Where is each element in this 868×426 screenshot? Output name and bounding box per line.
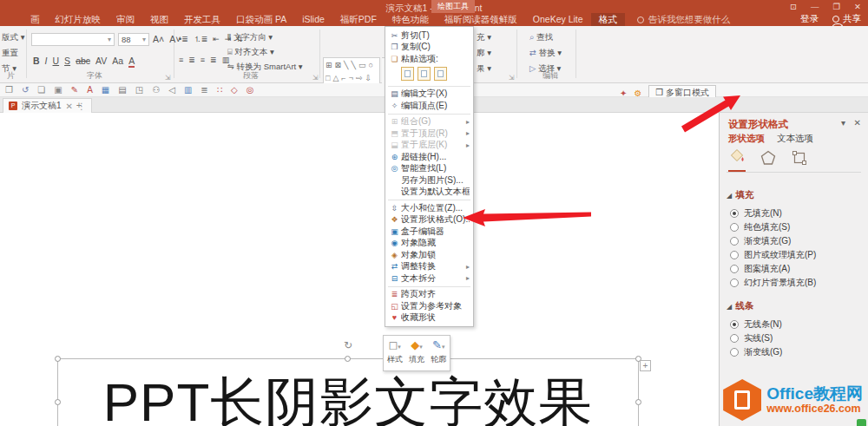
new-tab-button[interactable]: + <box>73 100 85 111</box>
paste-icon[interactable]: ❏ <box>37 85 45 95</box>
ribbon-tab-视图[interactable]: 视图 <box>142 13 176 26</box>
radio-option[interactable]: 无线条(N) <box>730 318 863 331</box>
pen-icon[interactable]: ✎ <box>71 85 78 95</box>
tab-shape-options[interactable]: 形状选项 <box>728 133 765 145</box>
menu-item-set-default-textbox[interactable]: 设置为默认文本框(D) <box>385 187 473 199</box>
radio-option[interactable]: 图案填充(A) <box>730 262 863 276</box>
section-header-填充[interactable]: ◢填充 <box>727 186 863 201</box>
ribbon-tab-特色功能[interactable]: 特色功能 <box>385 13 437 26</box>
menu-item-format-shape[interactable]: ❖设置形状格式(O)... <box>385 214 473 226</box>
share-button[interactable]: 共享 <box>832 13 861 25</box>
chart-icon[interactable]: ▥ <box>184 85 192 95</box>
shape-fill-button-truncated[interactable]: 充 ▾ <box>477 32 491 43</box>
resize-handle[interactable] <box>635 399 641 405</box>
shape-glyph[interactable]: ╲ <box>352 59 356 72</box>
font-color-icon[interactable]: A <box>87 85 93 95</box>
radio-option[interactable]: 纯色填充(S) <box>730 220 863 234</box>
ribbon-tab-审阅[interactable]: 审阅 <box>108 13 142 26</box>
size-properties-icon[interactable] <box>791 149 808 170</box>
menu-item-box-editor[interactable]: ▣盒子编辑器 <box>385 226 473 238</box>
font-dialog-launcher-icon[interactable]: ⇲ <box>165 74 171 82</box>
align-button[interactable]: ≣ <box>210 56 217 64</box>
replace-button[interactable]: ⇄ 替换 ▾ <box>529 48 562 59</box>
menu-item-size-position[interactable]: ⇳大小和位置(Z)... <box>385 202 473 214</box>
new-slide-icon[interactable]: ▣ <box>54 85 62 95</box>
menu-item-copy[interactable]: ❐复制(C) <box>385 42 473 54</box>
align-button[interactable]: ≣ <box>188 56 195 64</box>
paste-option-button[interactable] <box>434 67 447 81</box>
sign-in-link[interactable]: 登录 <box>800 13 819 25</box>
menu-item-text-split[interactable]: ⊟文本拆分▸ <box>385 272 473 285</box>
tab-text-options[interactable]: 文本选项 <box>777 133 813 145</box>
radio-option[interactable]: 幻灯片背景填充(B) <box>730 276 863 290</box>
menu-item-favorite-shape[interactable]: ♥收藏形状 <box>385 312 473 324</box>
copy-icon[interactable]: ❐ <box>5 85 13 95</box>
shape-glyph[interactable]: ⊠ <box>335 59 342 72</box>
paste-option-button[interactable] <box>401 67 414 81</box>
underline-button[interactable]: U <box>53 56 60 66</box>
person-icon[interactable]: ⚇ <box>152 85 160 95</box>
ribbon-tab-福昕阅读器领鲜版[interactable]: 福昕阅读器领鲜版 <box>437 13 525 26</box>
align-button[interactable]: ≡ <box>179 56 183 64</box>
menu-item-smart-lookup[interactable]: ◎智能查找(L) <box>385 163 473 175</box>
radio-option[interactable]: 无填充(N) <box>730 206 863 220</box>
panel-close-icon[interactable]: ✕ <box>854 118 861 128</box>
selected-text-box[interactable]: PPT长阴影文字效果 ↻ <box>57 358 639 426</box>
minimize-icon[interactable]: — <box>811 2 819 11</box>
tell-me-box[interactable]: 告诉我您想要做什么 <box>637 14 731 26</box>
paste-option-button[interactable] <box>418 67 431 81</box>
shape-icon[interactable]: ◳ <box>135 85 143 95</box>
menu-item-edit-text[interactable]: ▤编辑文字(X) <box>385 88 473 101</box>
italic-button[interactable]: I <box>45 56 48 66</box>
fill-button[interactable]: ◆▾ 填充 <box>406 338 427 370</box>
diamond-icon[interactable]: ◇ <box>231 85 238 95</box>
undo-icon[interactable]: ↺ <box>22 85 29 95</box>
menu-item-lock-object[interactable]: ◈对象加锁 <box>385 249 473 261</box>
radio-option[interactable]: 实线(S) <box>730 331 863 345</box>
draw-dialog-launcher-icon[interactable]: ⇲ <box>509 74 515 82</box>
menu-item-hyperlink[interactable]: ⊛超链接(H)... <box>385 151 473 163</box>
ribbon-tab-幻灯片放映[interactable]: 幻灯片放映 <box>48 13 109 26</box>
restore-icon[interactable]: ❐ <box>833 2 841 11</box>
align-button[interactable]: ≡ <box>201 56 205 64</box>
fill-line-icon[interactable] <box>728 147 746 172</box>
outline-button[interactable]: ✎▾ 轮廓 <box>428 338 449 370</box>
align-icon[interactable]: ≣ <box>201 85 207 95</box>
ribbon-options-icon[interactable]: ⊡ <box>790 2 797 11</box>
align-text-button[interactable]: ⌸ 对齐文本 ▾ <box>227 47 274 58</box>
ribbon-tab-OneKey Lite[interactable]: OneKey Lite <box>525 13 591 26</box>
ribbon-tab-福昕PDF[interactable]: 福昕PDF <box>332 13 385 26</box>
slide-title-text[interactable]: PPT长阴影文字效果 <box>58 359 638 426</box>
shape-glyph[interactable]: ⊞ <box>326 59 332 72</box>
sound-icon[interactable]: ◁ <box>168 85 175 95</box>
find-button[interactable]: ⌕ 查找 <box>529 32 553 43</box>
paragraph-dialog-launcher-icon[interactable]: ⇲ <box>312 74 319 82</box>
clear-strike-button[interactable]: abc <box>76 56 90 66</box>
menu-item-hide-object[interactable]: ◉对象隐藏 <box>385 238 473 250</box>
section-header-线条[interactable]: ◢线条 <box>727 297 863 312</box>
menu-item-adjust-convert[interactable]: ⇄调整转换▸ <box>385 261 473 273</box>
radio-option[interactable]: 渐变线(G) <box>730 345 863 359</box>
reset-button[interactable]: 重置 <box>2 48 18 59</box>
radio-option[interactable]: 图片或纹理填充(P) <box>730 248 863 262</box>
tool-icon-1[interactable]: ✦ <box>620 88 627 98</box>
table-icon[interactable]: ▤ <box>118 85 126 95</box>
picture-icon[interactable]: ▦ <box>102 85 109 95</box>
effects-pentagon-icon[interactable] <box>760 149 777 170</box>
shape-glyph[interactable]: ○ <box>368 59 372 72</box>
resize-handle[interactable] <box>55 399 61 405</box>
grow-font-button[interactable]: A˄ <box>153 34 164 44</box>
layout-plus-icon[interactable]: + <box>640 360 651 371</box>
menu-item-set-reference-object[interactable]: ◱设置为参考对象 <box>385 300 473 312</box>
paragraph-button[interactable]: ⒈≣ <box>194 34 208 45</box>
rotate-handle-icon[interactable]: ↻ <box>343 340 353 351</box>
radio-option[interactable]: 渐变填充(G) <box>730 234 863 248</box>
resize-handle[interactable] <box>55 356 61 362</box>
paragraph-button[interactable]: •≣ <box>179 35 188 43</box>
tab-close-icon[interactable]: ✕ <box>66 102 73 111</box>
strike-button[interactable]: S <box>64 56 70 66</box>
shape-glyph[interactable]: ▭ <box>358 59 366 72</box>
layout-button[interactable]: 版式 ▾ <box>2 32 24 43</box>
scatter-icon[interactable]: ∷ <box>217 85 222 95</box>
menu-item-save-as-picture[interactable]: 另存为图片(S)... <box>385 174 473 187</box>
